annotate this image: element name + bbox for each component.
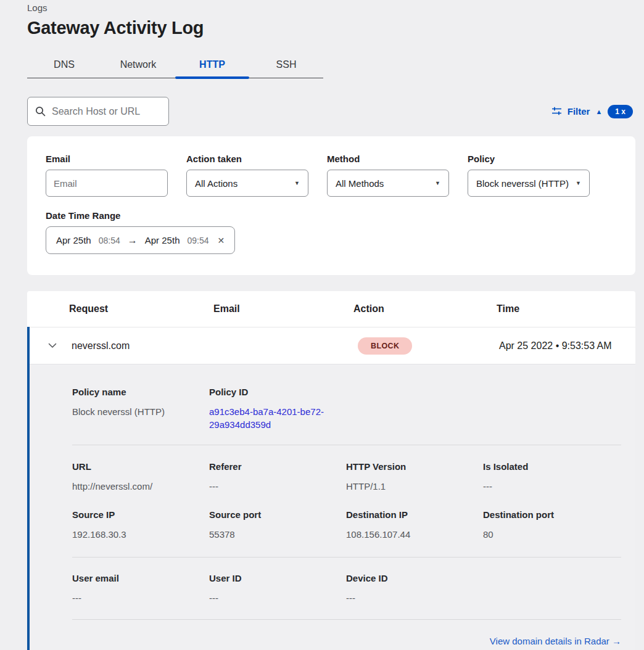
tab-dns[interactable]: DNS — [27, 53, 101, 78]
referer-value: --- — [209, 480, 346, 493]
action-filter-field: Action taken All Actions ▼ — [186, 154, 308, 197]
filter-controls: Filter ▲ 1 x — [551, 105, 635, 118]
chevron-down-icon: ▼ — [435, 180, 440, 186]
policy-filter-field: Policy Block neverssl (HTTP) ▼ — [468, 154, 590, 197]
search-box[interactable] — [27, 97, 169, 126]
row-request: neverssl.com — [72, 340, 216, 352]
page-title: Gateway Activity Log — [27, 18, 635, 38]
policy-name-value: Block neverssl (HTTP) — [72, 405, 209, 418]
is-isolated-value: --- — [483, 480, 620, 493]
method-filter-label: Method — [327, 154, 449, 164]
search-filter-row: Filter ▲ 1 x — [27, 97, 635, 126]
http-version-cell: HTTP Version HTTP/1.1 — [346, 461, 483, 493]
url-section: URL http://neverssl.com/ Referer --- HTT… — [72, 461, 621, 493]
method-filter-value: All Methods — [336, 178, 384, 189]
destination-port-label: Destination port — [483, 509, 620, 520]
radar-link-row: View domain details in Radar → — [72, 636, 621, 646]
user-section: User email --- User ID --- Device ID --- — [72, 573, 621, 604]
device-id-label: Device ID — [346, 573, 483, 584]
action-filter-select[interactable]: All Actions ▼ — [186, 170, 308, 197]
is-isolated-cell: Is Isolated --- — [483, 461, 620, 493]
filter-panel: Email Action taken All Actions ▼ Method … — [27, 136, 635, 275]
row-expand-toggle[interactable] — [30, 343, 72, 348]
daterange-end-date: Apr 25th — [145, 235, 180, 245]
policy-name-label: Policy name — [72, 387, 209, 398]
device-id-value: --- — [346, 591, 483, 604]
policy-id-label: Policy ID — [209, 387, 346, 398]
table-header-row: Request Email Action Time — [27, 291, 635, 327]
policy-filter-value: Block neverssl (HTTP) — [476, 178, 569, 189]
user-id-label: User ID — [209, 573, 346, 584]
table-row[interactable]: neverssl.com BLOCK Apr 25 2022 • 9:53:53… — [30, 327, 635, 364]
source-ip-cell: Source IP 192.168.30.3 — [72, 509, 209, 541]
http-version-value: HTTP/1.1 — [346, 480, 483, 493]
radar-details-link[interactable]: View domain details in Radar → — [490, 636, 621, 646]
email-filter-field: Email — [46, 154, 168, 197]
row-time: Apr 25 2022 • 9:53:53 AM — [499, 340, 635, 352]
source-port-label: Source port — [209, 509, 346, 520]
filter-field-row: Email Action taken All Actions ▼ Method … — [46, 154, 617, 197]
collapse-caret-icon[interactable]: ▲ — [595, 108, 602, 115]
divider — [72, 619, 621, 620]
filter-count-badge[interactable]: 1 x — [608, 105, 633, 118]
url-cell: URL http://neverssl.com/ — [72, 461, 209, 493]
page: Logs Gateway Activity Log DNS Network HT… — [0, 0, 644, 650]
user-email-label: User email — [72, 573, 209, 584]
source-port-value: 55378 — [209, 528, 346, 541]
block-status-badge: BLOCK — [358, 337, 412, 355]
network-section: Source IP 192.168.30.3 Source port 55378… — [72, 509, 621, 541]
breadcrumb[interactable]: Logs — [27, 2, 635, 13]
referer-cell: Referer --- — [209, 461, 346, 493]
action-filter-label: Action taken — [186, 154, 308, 164]
destination-ip-cell: Destination IP 108.156.107.44 — [346, 509, 483, 541]
device-id-cell: Device ID --- — [346, 573, 483, 604]
user-id-cell: User ID --- — [209, 573, 346, 604]
search-icon — [35, 106, 46, 117]
policy-filter-select[interactable]: Block neverssl (HTTP) ▼ — [468, 170, 590, 197]
source-port-cell: Source port 55378 — [209, 509, 346, 541]
close-icon[interactable]: ✕ — [218, 236, 225, 245]
email-filter-input[interactable] — [46, 170, 168, 197]
column-header-email: Email — [213, 303, 353, 315]
url-value: http://neverssl.com/ — [72, 480, 209, 493]
action-filter-value: All Actions — [195, 178, 237, 189]
policy-filter-label: Policy — [468, 154, 590, 164]
expanded-log-entry: neverssl.com BLOCK Apr 25 2022 • 9:53:53… — [27, 327, 635, 650]
filter-sliders-icon[interactable] — [551, 107, 562, 116]
referer-label: Referer — [209, 461, 346, 472]
user-email-value: --- — [72, 591, 209, 604]
tab-ssh[interactable]: SSH — [249, 53, 323, 78]
url-label: URL — [72, 461, 209, 472]
arrow-right-icon: → — [128, 235, 138, 246]
activity-log-table: Request Email Action Time neverssl.com B… — [27, 291, 635, 650]
policy-name-cell: Policy name Block neverssl (HTTP) — [72, 387, 209, 431]
tab-network[interactable]: Network — [101, 53, 175, 78]
tab-http[interactable]: HTTP — [175, 53, 249, 78]
filter-toggle-label[interactable]: Filter — [568, 106, 590, 117]
column-header-time: Time — [497, 303, 635, 315]
is-isolated-label: Is Isolated — [483, 461, 620, 472]
user-id-value: --- — [209, 591, 346, 604]
daterange-picker[interactable]: Apr 25th 08:54 → Apr 25th 09:54 ✕ — [46, 226, 235, 254]
method-filter-select[interactable]: All Methods ▼ — [327, 170, 449, 197]
log-entry-details: Policy name Block neverssl (HTTP) Policy… — [30, 364, 635, 650]
divider — [72, 557, 621, 557]
destination-port-cell: Destination port 80 — [483, 509, 620, 541]
policy-section: Policy name Block neverssl (HTTP) Policy… — [72, 387, 621, 431]
column-header-action: Action — [353, 303, 497, 315]
user-email-cell: User email --- — [72, 573, 209, 604]
destination-port-value: 80 — [483, 528, 620, 541]
source-ip-label: Source IP — [72, 509, 209, 520]
daterange-start-time: 08:54 — [99, 236, 120, 245]
chevron-down-icon: ▼ — [294, 180, 300, 186]
source-ip-value: 192.168.30.3 — [72, 528, 209, 541]
search-input[interactable] — [52, 106, 161, 117]
policy-id-link[interactable]: a91c3eb4-ba7a-4201-be72-29a934dd359d — [209, 405, 346, 431]
daterange-start-date: Apr 25th — [56, 235, 91, 245]
column-header-request: Request — [69, 303, 213, 315]
daterange-label: Date Time Range — [46, 210, 617, 221]
http-version-label: HTTP Version — [346, 461, 483, 472]
destination-ip-label: Destination IP — [346, 509, 483, 520]
chevron-down-icon — [48, 343, 57, 348]
chevron-down-icon: ▼ — [576, 180, 581, 186]
